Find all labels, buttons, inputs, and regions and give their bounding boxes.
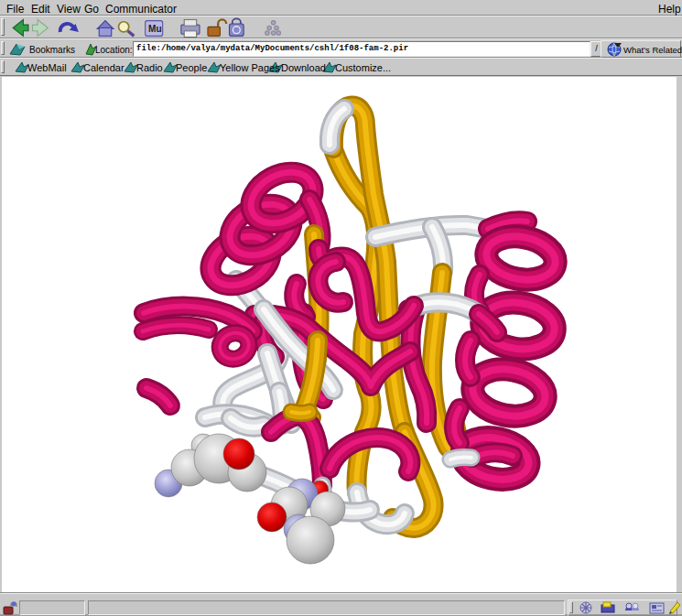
svg-text:Download: Download <box>281 62 326 73</box>
svg-text:People: People <box>176 62 207 73</box>
svg-text:Yellow Pages: Yellow Pages <box>220 62 280 73</box>
svg-text:Radio: Radio <box>136 62 163 73</box>
svg-text:Calendar: Calendar <box>83 62 124 73</box>
svg-text:Mu: Mu <box>148 24 162 34</box>
svg-text:WebMail: WebMail <box>27 62 67 73</box>
svg-text:Customize...: Customize... <box>335 62 391 73</box>
